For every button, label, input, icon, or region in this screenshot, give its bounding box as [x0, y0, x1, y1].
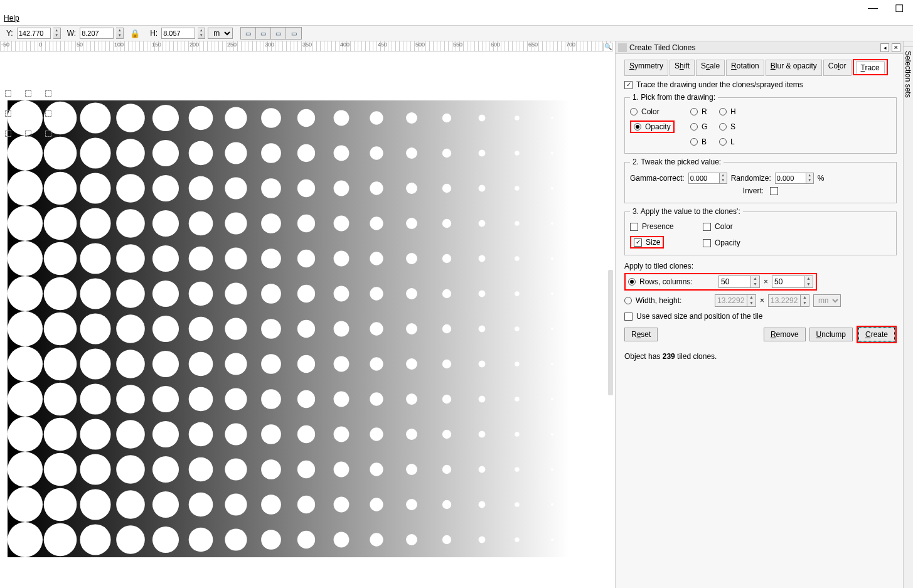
tab-blur[interactable]: Blur & opacity — [766, 60, 822, 76]
radio-l[interactable] — [719, 138, 727, 146]
svg-point-8 — [261, 108, 281, 128]
svg-point-80 — [551, 257, 553, 260]
chk-size-label: Size — [646, 238, 660, 247]
h-spin[interactable]: ▲▼ — [198, 28, 205, 39]
svg-point-126 — [479, 361, 486, 368]
svg-point-125 — [442, 360, 451, 368]
radio-g[interactable] — [690, 123, 698, 131]
svg-point-32 — [551, 152, 553, 154]
svg-point-122 — [334, 356, 350, 372]
radio-rows-cols[interactable] — [628, 278, 636, 286]
trace-enable-checkbox[interactable] — [624, 81, 633, 89]
panel-icon — [618, 43, 627, 52]
chk-size[interactable] — [634, 238, 642, 247]
tab-rotation[interactable]: Rotation — [726, 60, 764, 76]
svg-point-55 — [225, 212, 247, 234]
svg-point-26 — [334, 146, 350, 161]
align-segment[interactable]: ▭▭▭▭ — [240, 27, 302, 40]
rows-spin[interactable]: ▲▼ — [751, 275, 760, 288]
randomize-input[interactable] — [775, 173, 806, 184]
svg-point-110 — [479, 326, 486, 333]
unit-select[interactable]: mm — [208, 28, 233, 39]
svg-point-70 — [189, 247, 213, 271]
randomize-spin[interactable]: ▲▼ — [806, 173, 814, 184]
svg-point-93 — [442, 289, 451, 298]
side-tab-strip: Selection sets Text and Font (Shift+Ctrl… — [903, 41, 913, 588]
gamma-spin[interactable]: ▲▼ — [720, 173, 727, 184]
radio-s[interactable] — [719, 123, 727, 131]
w-input[interactable] — [80, 28, 114, 39]
y-input[interactable] — [17, 28, 51, 39]
svg-point-160 — [551, 433, 553, 436]
radio-h[interactable] — [719, 108, 727, 115]
radio-h-label: H — [730, 107, 736, 116]
scrollbar-vertical[interactable] — [608, 270, 613, 395]
wh-unit-select[interactable]: mm — [813, 294, 841, 307]
svg-point-157 — [442, 430, 451, 439]
tab-color[interactable]: Color — [823, 60, 852, 76]
svg-point-201 — [297, 531, 315, 548]
w-spin[interactable]: ▲▼ — [116, 28, 124, 39]
unclump-button[interactable]: Unclump — [809, 328, 853, 341]
side-tab-selection-sets[interactable]: Selection sets — [903, 46, 913, 588]
height-input[interactable] — [768, 294, 801, 307]
create-button[interactable]: Create — [858, 328, 895, 341]
svg-point-133 — [152, 386, 179, 412]
lock-icon[interactable]: 🔒 — [126, 29, 144, 38]
svg-point-203 — [370, 533, 383, 546]
reset-button[interactable]: Reset — [624, 328, 658, 341]
svg-point-206 — [479, 537, 486, 543]
svg-point-99 — [80, 313, 110, 344]
tab-scale[interactable]: Scale — [696, 60, 725, 76]
chk-presence-label: Presence — [642, 222, 674, 231]
radio-color[interactable] — [630, 108, 638, 115]
section-apply: 3. Apply the value to the clones': Prese… — [624, 207, 897, 255]
chk-use-saved[interactable] — [624, 313, 633, 321]
width-input[interactable] — [715, 294, 747, 307]
cols-input[interactable] — [772, 275, 804, 288]
canvas[interactable] — [3, 51, 605, 588]
svg-point-59 — [370, 216, 383, 230]
svg-point-136 — [261, 389, 281, 409]
radio-width-height[interactable] — [624, 297, 632, 304]
svg-point-16 — [551, 117, 553, 119]
tab-trace[interactable]: Trace — [856, 61, 885, 74]
h-input[interactable] — [161, 28, 195, 39]
menu-help[interactable]: Help — [0, 13, 23, 24]
invert-checkbox[interactable] — [770, 187, 778, 195]
cols-spin[interactable]: ▲▼ — [804, 275, 813, 288]
svg-point-117 — [152, 351, 179, 377]
svg-point-114 — [44, 348, 77, 381]
undock-icon[interactable]: ◂ — [880, 43, 889, 52]
minimize-icon[interactable]: — — [865, 3, 880, 14]
radio-b[interactable] — [690, 138, 698, 146]
svg-point-97 — [8, 311, 43, 346]
radio-r[interactable] — [690, 108, 698, 115]
chk-color[interactable] — [703, 223, 711, 231]
svg-point-185 — [297, 496, 315, 513]
radio-b-label: B — [702, 137, 707, 146]
svg-point-9 — [297, 109, 315, 127]
gamma-input[interactable] — [688, 173, 720, 184]
svg-point-176 — [551, 468, 553, 471]
width-spin[interactable]: ▲▼ — [747, 294, 756, 307]
svg-point-159 — [515, 432, 519, 436]
chk-presence[interactable] — [630, 223, 638, 231]
zoom-icon[interactable]: 🔍 — [603, 43, 613, 51]
chk-opacity[interactable] — [703, 239, 711, 247]
y-spin[interactable]: ▲▼ — [53, 28, 61, 39]
rows-input[interactable] — [718, 275, 751, 288]
svg-point-86 — [189, 282, 213, 306]
radio-opacity[interactable] — [634, 123, 641, 131]
panel-close-icon[interactable]: ✕ — [892, 43, 900, 52]
tab-symmetry[interactable]: Symmetry — [624, 60, 668, 76]
selection-handles[interactable] — [9, 94, 48, 133]
tab-shift[interactable]: Shift — [670, 60, 695, 76]
apply-header: Apply to tiled clones: — [624, 262, 897, 270]
maximize-icon[interactable]: ☐ — [892, 3, 907, 14]
height-spin[interactable]: ▲▼ — [801, 294, 809, 307]
svg-point-89 — [297, 285, 315, 302]
remove-button[interactable]: Remove — [764, 328, 806, 341]
rows-cols-label: Rows, columns: — [639, 277, 715, 286]
svg-point-179 — [80, 489, 110, 520]
